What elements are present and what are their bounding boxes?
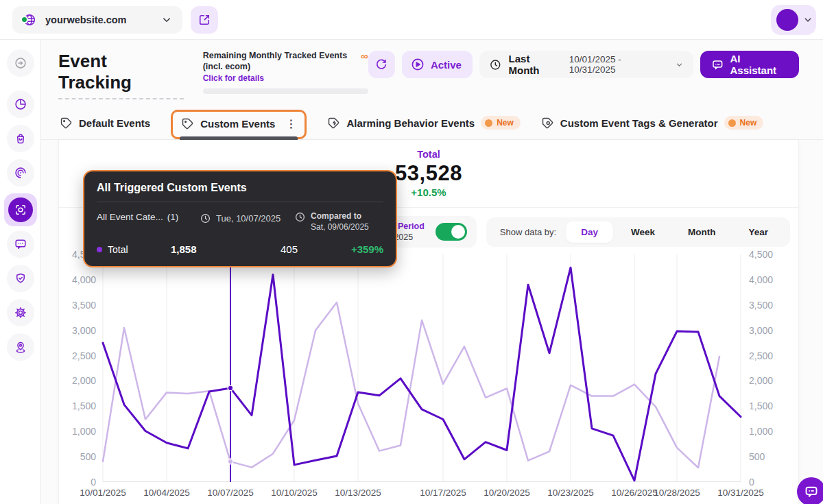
y-axis-label: 0 xyxy=(91,477,96,488)
x-axis-label: 10/07/2025 xyxy=(207,488,254,498)
chat-icon xyxy=(14,237,27,251)
chart-svg xyxy=(103,254,741,482)
y-axis-label: 3,000 xyxy=(72,325,96,336)
y-axis-label: 500 xyxy=(80,451,96,462)
focus-icon xyxy=(14,203,27,217)
tooltip-current-value: 1,858 xyxy=(171,243,281,255)
infinity-icon: ∞ xyxy=(361,51,368,61)
chevron-down-icon xyxy=(160,14,173,26)
tab-label: Alarming Behavior Events xyxy=(346,117,475,129)
sidebar-item-privacy[interactable] xyxy=(7,265,34,292)
tooltip-delta: +359% xyxy=(351,243,383,255)
granularity-day[interactable]: Day xyxy=(566,221,613,243)
tooltip-compared: Compared toSat, 09/06/2025 xyxy=(294,211,369,232)
period-label: Last Month xyxy=(509,53,562,76)
bag-icon xyxy=(14,132,27,145)
ai-assistant-label: AI Assistant xyxy=(730,53,788,76)
behavior-icon xyxy=(14,166,27,180)
tab-default-events[interactable]: Default Events xyxy=(58,110,152,139)
summary-label: Total xyxy=(59,149,798,160)
chart-tooltip: All Triggered Custom Events All Event Ca… xyxy=(83,170,397,267)
sidebar-item-ecommerce[interactable] xyxy=(7,125,34,152)
clock-icon xyxy=(294,211,306,223)
tooltip-title: All Triggered Custom Events xyxy=(97,182,383,194)
chart-card: Total 53,528 +10.5% All Triggered Custom… xyxy=(58,140,799,504)
y-axis-label: 1,000 xyxy=(72,426,96,437)
y-axis-label: 3,500 xyxy=(749,300,773,311)
x-axis-label: 10/28/2025 xyxy=(654,488,700,498)
period-range: 10/01/2025 - 10/31/2025 xyxy=(569,54,668,75)
tooltip-series-row: Total 1,858 405 +359% xyxy=(97,243,383,255)
tab-custom-events[interactable]: Custom Events⋮ xyxy=(171,110,307,139)
refresh-button[interactable] xyxy=(368,51,395,78)
sidebar-item-event-tracking[interactable] xyxy=(4,193,37,226)
granularity-month[interactable]: Month xyxy=(673,221,730,243)
y-axis-label: 4,000 xyxy=(72,274,96,285)
clock-icon xyxy=(489,58,502,71)
compare-toggle[interactable] xyxy=(436,223,467,241)
y-axis-label: 2,000 xyxy=(749,375,773,386)
clock-icon xyxy=(200,213,211,224)
x-axis-label: 10/23/2025 xyxy=(547,488,594,498)
sidebar-item-support[interactable] xyxy=(7,333,34,361)
y-axis-left: 05001,0001,5002,0002,5003,0003,5004,0004… xyxy=(67,254,103,482)
tag-icon xyxy=(60,117,73,130)
y-axis-label: 1,500 xyxy=(72,400,96,411)
sidebar-item-visitors[interactable] xyxy=(7,49,34,77)
open-website-button[interactable] xyxy=(191,6,218,34)
kebab-menu-icon[interactable]: ⋮ xyxy=(285,117,296,130)
y-axis-label: 4,000 xyxy=(749,274,773,285)
show-data-by-label: Show data by: xyxy=(493,227,563,237)
sidebar-item-behavior[interactable] xyxy=(7,159,34,187)
tooltip-divider xyxy=(97,202,383,202)
new-badge: New xyxy=(481,116,521,130)
ai-assistant-button[interactable]: AI Assistant xyxy=(700,51,799,78)
website-status-dot xyxy=(21,16,28,23)
x-axis: 10/01/202510/04/202510/07/202510/10/2025… xyxy=(103,482,741,500)
x-axis-label: 10/26/2025 xyxy=(611,488,658,498)
visitors-icon xyxy=(14,56,27,70)
pin-icon xyxy=(14,340,27,354)
events-quota: Remaining Monthly Tracked Events (incl. … xyxy=(203,51,368,94)
external-link-icon xyxy=(198,13,211,27)
sidebar-item-settings[interactable] xyxy=(7,299,34,326)
play-circle-icon xyxy=(410,57,425,72)
refresh-icon xyxy=(374,58,388,71)
date-range-picker[interactable]: Last Month 10/01/2025 - 10/31/2025 xyxy=(479,51,693,78)
sidebar-item-feedback[interactable] xyxy=(7,230,34,258)
chat-bubble-icon xyxy=(804,484,819,499)
y-axis-label: 500 xyxy=(749,451,765,462)
series-color-dot xyxy=(97,247,102,252)
shield-icon xyxy=(14,272,27,285)
tab-custom-event-tags-generator[interactable]: Custom Event Tags & GeneratorNew xyxy=(540,109,765,139)
events-quota-progress xyxy=(203,88,368,94)
granularity-week[interactable]: Week xyxy=(616,221,670,243)
x-axis-label: 10/01/2025 xyxy=(80,488,126,498)
account-menu[interactable] xyxy=(771,5,816,35)
website-selector[interactable]: yourwebsite.com xyxy=(12,6,182,34)
tab-bar: Default EventsCustom Events⋮Alarming Beh… xyxy=(58,109,799,139)
sidebar-item-statistics[interactable] xyxy=(7,91,34,118)
gear-tag-icon xyxy=(541,117,554,130)
main-content: Event Tracking Remaining Monthly Tracked… xyxy=(41,40,823,504)
granularity-switcher: Show data by: DayWeekMonthYear xyxy=(486,217,790,247)
tooltip-previous-value: 405 xyxy=(281,243,351,255)
tracking-status-button[interactable]: Active xyxy=(402,51,473,78)
tab-label: Custom Events xyxy=(200,118,275,130)
granularity-year[interactable]: Year xyxy=(733,221,783,243)
x-axis-label: 10/04/2025 xyxy=(143,488,190,498)
sidebar-nav xyxy=(0,40,41,504)
new-badge: New xyxy=(724,116,764,130)
y-axis-label: 3,500 xyxy=(72,300,96,311)
support-chat-fab[interactable] xyxy=(797,477,823,504)
tab-alarming-behavior-events[interactable]: Alarming Behavior EventsNew xyxy=(326,109,521,139)
y-axis-label: 3,000 xyxy=(749,325,773,336)
y-axis-right: 05001,0001,5002,0002,5003,0003,5004,0004… xyxy=(741,254,785,482)
tab-label: Default Events xyxy=(79,117,150,129)
quota-details-link[interactable]: Click for details xyxy=(203,73,368,83)
chevron-down-icon xyxy=(675,60,684,69)
line-chart[interactable] xyxy=(103,254,741,482)
tracking-status-label: Active xyxy=(431,59,462,71)
x-axis-label: 10/31/2025 xyxy=(717,488,764,498)
y-axis-label: 4,500 xyxy=(749,249,773,260)
